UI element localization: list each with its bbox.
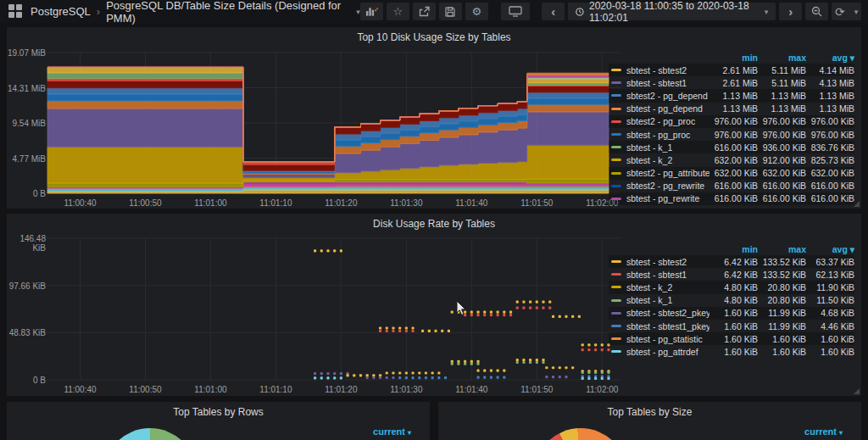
rate-dot — [587, 371, 590, 374]
rate-dot — [314, 249, 316, 252]
legend-row[interactable]: sbtest - sbtest22.61 MiB5.11 MiB4.14 MiB — [609, 64, 854, 76]
rate-dot — [522, 359, 525, 361]
legend-row[interactable]: sbtest - pg_attrdef1.60 KiB1.60 KiB1.60 … — [609, 345, 854, 358]
series-swatch — [611, 273, 621, 276]
series-swatch — [611, 260, 621, 263]
panel2-resize-handle[interactable] — [854, 388, 860, 394]
rate-dot — [392, 330, 394, 332]
series-name: sbtest - pg_attrdef — [626, 347, 709, 357]
rate-dot — [516, 301, 519, 304]
rate-dot — [601, 343, 604, 346]
series-name: sbtest - sbtest2 — [626, 65, 709, 75]
rate-dot — [326, 376, 329, 379]
panel3-title[interactable]: Top Tables by Rows — [7, 402, 430, 422]
save-button[interactable] — [439, 3, 462, 20]
rate-dot — [476, 376, 479, 379]
series-max: 976.00 KiB — [758, 116, 806, 126]
x-axis-tick: 11:00:40 — [53, 385, 106, 394]
rate-dot — [552, 376, 554, 378]
series-swatch — [611, 146, 621, 148]
rate-dot — [405, 330, 408, 332]
legend-sort-min[interactable]: min — [709, 244, 758, 254]
rate-dot — [437, 371, 440, 374]
legend-sort-min[interactable]: min — [709, 53, 758, 63]
rate-dot — [457, 363, 459, 365]
breadcrumb-folder[interactable]: PostgreSQL — [31, 5, 91, 18]
series-name: sbtest - pg_rewrite — [626, 193, 709, 203]
rate-dot — [333, 376, 336, 379]
rate-dot — [464, 311, 466, 314]
rate-dot — [552, 366, 554, 369]
legend-row[interactable]: sbtest - pg_statistic1.60 KiB1.60 KiB1.6… — [609, 332, 854, 345]
legend-row[interactable]: sbtest - sbtest26.42 KiB133.52 KiB63.37 … — [609, 255, 854, 268]
panel1-resize-handle[interactable] — [854, 201, 860, 207]
rate-dot — [411, 326, 414, 329]
star-button[interactable]: ☆ — [387, 3, 409, 20]
refresh-button[interactable]: ⟳ ▾ — [832, 3, 861, 20]
legend-row[interactable]: sbtest2 - pg_proc976.00 KiB976.00 KiB976… — [609, 115, 854, 128]
rate-dot — [379, 376, 381, 379]
series-min: 632.00 KiB — [709, 168, 758, 178]
rate-dot — [548, 306, 551, 309]
legend-sort-avg[interactable]: avg ▾ — [806, 244, 854, 254]
rate-dot — [425, 376, 427, 379]
rate-dot — [587, 343, 590, 346]
legend-row[interactable]: sbtest - k_1616.00 KiB936.00 KiB836.76 K… — [609, 141, 854, 153]
tv-mode-button[interactable] — [501, 3, 530, 20]
series-min: 616.00 KiB — [709, 142, 758, 153]
legend-row[interactable]: sbtest - pg_proc976.00 KiB976.00 KiB976.… — [609, 128, 854, 141]
rate-dot — [490, 311, 492, 314]
legend-row[interactable]: sbtest - k_2632.00 KiB912.00 KiB825.73 K… — [609, 153, 854, 166]
rate-dot — [522, 361, 525, 364]
dashboard-title[interactable]: PosgreSQL DB/Table Size Details (Designe… — [106, 0, 351, 25]
rate-dot — [476, 311, 479, 314]
series-name: sbtest - sbtest2_pkey — [626, 308, 709, 318]
rate-dot — [483, 314, 486, 316]
share-button[interactable] — [413, 3, 436, 20]
legend-sort-avg[interactable]: avg ▾ — [806, 53, 854, 63]
legend-row[interactable]: sbtest - pg_rewrite616.00 KiB616.00 KiB6… — [609, 192, 854, 205]
legend-sort-max[interactable]: max — [758, 53, 806, 63]
legend-row[interactable]: sbtest2 - pg_rewrite616.00 KiB616.00 KiB… — [609, 180, 854, 192]
legend-row[interactable]: sbtest - k_14.80 KiB20.80 KiB11.50 KiB — [609, 294, 854, 307]
legend-row[interactable]: sbtest - pg_depend1.13 MiB1.13 MiB1.13 M… — [609, 103, 854, 115]
legend-row[interactable]: sbtest - sbtest2_pkey1.60 KiB11.99 KiB4.… — [609, 307, 854, 320]
rate-dot — [516, 359, 519, 361]
legend-row[interactable]: sbtest - sbtest1_pkey1.60 KiB11.99 KiB4.… — [609, 320, 854, 332]
y-axis-tick: 4.77 MiB — [7, 154, 46, 164]
settings-gear-button[interactable]: ⚙ — [465, 3, 488, 20]
rate-dot — [333, 249, 336, 252]
rate-dot — [428, 330, 431, 332]
legend-row[interactable]: sbtest - sbtest16.42 KiB133.52 KiB62.13 … — [609, 268, 854, 281]
rate-dot — [542, 361, 544, 364]
time-back-button[interactable]: ‹ — [542, 3, 565, 20]
time-range-picker[interactable]: 2020-03-18 11:00:35 to 2020-03-18 11:02:… — [568, 3, 776, 20]
series-name: sbtest - k_2 — [626, 155, 709, 165]
series-min: 6.42 KiB — [709, 257, 758, 267]
legend-row[interactable]: sbtest - k_24.80 KiB20.80 KiB11.90 KiB — [609, 281, 854, 293]
panel1-legend: minmaxavg ▾sbtest - sbtest22.61 MiB5.11 … — [609, 51, 854, 205]
series-max: 1.13 MiB — [758, 103, 806, 114]
legend-row[interactable]: sbtest - sbtest12.61 MiB5.11 MiB4.13 MiB — [609, 76, 854, 89]
series-min: 6.42 KiB — [709, 270, 758, 280]
series-max: 11.99 KiB — [758, 321, 806, 331]
series-swatch — [611, 159, 621, 161]
time-forward-button[interactable]: › — [779, 3, 802, 20]
rate-dot — [565, 376, 567, 378]
panel3-stat-selector[interactable]: current▾ — [373, 426, 411, 437]
zoom-out-button[interactable] — [805, 3, 828, 20]
panel4-stat-selector[interactable]: current▾ — [804, 426, 843, 437]
grafana-apps-icon[interactable] — [8, 4, 22, 19]
rate-dot — [411, 330, 414, 332]
legend-row[interactable]: sbtest2 - pg_attribute632.00 KiB632.00 K… — [609, 167, 854, 180]
legend-row[interactable]: sbtest2 - pg_depend1.13 MiB1.13 MiB1.13 … — [609, 89, 854, 102]
rate-dot — [594, 343, 597, 346]
rate-dot — [431, 371, 434, 374]
series-avg: 4.13 MiB — [806, 78, 854, 88]
rate-dot — [392, 376, 394, 379]
panel4-title[interactable]: Top Tables by Size — [438, 402, 861, 422]
series-max: 11.99 KiB — [758, 308, 806, 318]
rate-dot — [552, 315, 554, 318]
add-panel-button[interactable] — [360, 3, 383, 20]
legend-sort-max[interactable]: max — [758, 244, 806, 254]
